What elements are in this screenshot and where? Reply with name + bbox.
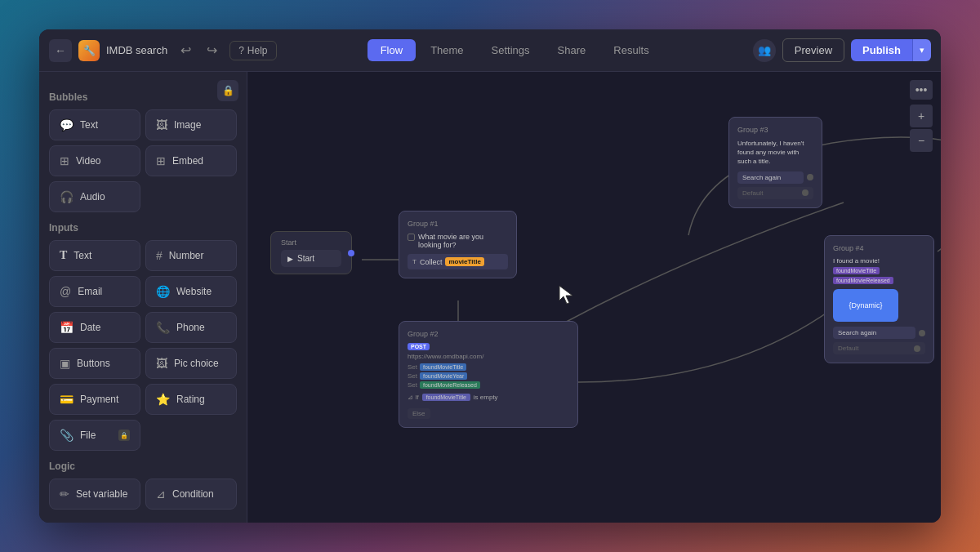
- node-group1[interactable]: Group #1 What movie are you looking for?…: [399, 211, 517, 278]
- phone-icon: 📞: [156, 321, 170, 334]
- group1-question: What movie are you looking for?: [408, 233, 508, 249]
- group3-title: Group #3: [737, 126, 813, 134]
- text-bubble-icon: 💬: [60, 118, 74, 131]
- embed-bubble-label: Embed: [172, 155, 203, 167]
- number-label: Number: [169, 250, 204, 261]
- group2-tag-3: foundMovieReleased: [420, 381, 480, 389]
- video-bubble-icon: ⊞: [60, 154, 69, 167]
- section-title-bubbles: Bubbles: [49, 91, 237, 103]
- sidebar-item-embed[interactable]: ⊞ Embed: [145, 145, 237, 176]
- inputs-grid: T Text # Number @ Email 🌐 Website 📅: [49, 240, 237, 451]
- back-button[interactable]: ←: [49, 39, 72, 62]
- file-label: File: [80, 430, 96, 441]
- tab-settings[interactable]: Settings: [479, 39, 543, 61]
- group4-dynamic-label: {Dynamic}: [849, 301, 882, 309]
- email-icon: @: [60, 285, 71, 298]
- date-label: Date: [80, 322, 100, 333]
- audio-bubble-label: Audio: [80, 191, 105, 203]
- node-group4[interactable]: Group #4 I found a movie! foundMovieTitl…: [824, 235, 934, 363]
- zoom-out-button[interactable]: −: [910, 129, 933, 152]
- app-window: ← 🔧 IMDB search ↩ ↪ ? Help Flow Theme Se…: [39, 29, 941, 523]
- sidebar-item-text[interactable]: 💬 Text: [49, 109, 140, 140]
- app-icon: 🔧: [78, 40, 100, 61]
- sidebar-item-text-input[interactable]: T Text: [49, 240, 140, 271]
- node-group2[interactable]: Group #2 POST https://www.omdbapi.com/ S…: [399, 321, 578, 428]
- group2-title: Group #2: [408, 330, 569, 338]
- sidebar-item-phone[interactable]: 📞 Phone: [145, 312, 237, 343]
- group4-found-text: I found a movie! foundMovieTitle foundMo…: [833, 257, 925, 284]
- sidebar-item-date[interactable]: 📅 Date: [49, 312, 140, 343]
- group2-set-1: Set foundMovieTitle: [408, 363, 569, 371]
- buttons-label: Buttons: [77, 358, 110, 369]
- sidebar-item-rating[interactable]: ⭐ Rating: [145, 384, 237, 415]
- website-label: Website: [176, 286, 212, 297]
- logic-grid: ✏ Set variable ⊿ Condition: [49, 479, 237, 510]
- pic-choice-label: Pic choice: [174, 358, 219, 369]
- sidebar-item-email[interactable]: @ Email: [49, 276, 140, 307]
- image-bubble-icon: 🖼: [156, 118, 167, 131]
- video-bubble-label: Video: [76, 155, 100, 167]
- file-lock-badge: 🔒: [118, 430, 130, 441]
- sidebar-item-file[interactable]: 📎 File 🔒: [49, 420, 140, 451]
- set-variable-label: Set variable: [76, 488, 127, 500]
- embed-bubble-icon: ⊞: [156, 154, 166, 167]
- undo-button[interactable]: ↩: [174, 39, 197, 62]
- sidebar: 🔒 Bubbles 💬 Text 🖼 Image ⊞ Video ⊞: [39, 72, 247, 523]
- group1-checkbox: [408, 234, 415, 241]
- start-icon: ▶: [287, 255, 293, 263]
- sidebar-item-audio[interactable]: 🎧 Audio: [49, 181, 140, 212]
- help-icon: ?: [238, 45, 244, 56]
- bubbles-grid: 💬 Text 🖼 Image ⊞ Video ⊞ Embed 🎧 Au: [49, 109, 237, 212]
- redo-button[interactable]: ↪: [200, 39, 223, 62]
- group3-default-connector: [802, 189, 808, 196]
- sidebar-item-video[interactable]: ⊞ Video: [49, 145, 140, 176]
- start-connector-out: [348, 250, 354, 256]
- node-group3[interactable]: Group #3 Unfortunately, I haven't found …: [728, 117, 822, 208]
- sidebar-item-website[interactable]: 🌐 Website: [145, 276, 237, 307]
- canvas-toolbar: ••• + −: [910, 80, 933, 152]
- tab-share[interactable]: Share: [545, 39, 599, 61]
- publish-button[interactable]: Publish: [851, 39, 912, 61]
- group2-set-3: Set foundMovieReleased: [408, 381, 569, 389]
- zoom-in-button[interactable]: +: [910, 105, 933, 127]
- sidebar-item-pic-choice[interactable]: 🖼 Pic choice: [145, 348, 237, 379]
- phone-label: Phone: [176, 322, 205, 333]
- tab-results[interactable]: Results: [600, 39, 662, 61]
- email-label: Email: [78, 286, 102, 297]
- publish-group: Publish ▾: [851, 39, 931, 61]
- preview-button[interactable]: Preview: [782, 38, 844, 62]
- tab-flow[interactable]: Flow: [368, 39, 416, 61]
- group2-tag-1: foundMovieTitle: [420, 363, 466, 371]
- titlebar-right: 👥 Preview Publish ▾: [753, 38, 931, 62]
- publish-more-button[interactable]: ▾: [912, 39, 931, 61]
- help-button[interactable]: ? Help: [229, 41, 276, 60]
- group4-title: Group #4: [833, 244, 925, 252]
- group4-dynamic-box: {Dynamic}: [833, 289, 898, 322]
- sidebar-lock-button[interactable]: 🔒: [217, 80, 238, 101]
- condition-icon: ⊿: [156, 487, 166, 501]
- text-bubble-label: Text: [80, 119, 98, 131]
- text-input-icon: T: [60, 249, 67, 262]
- group3-default-input: Default: [737, 187, 813, 199]
- sidebar-item-condition[interactable]: ⊿ Condition: [145, 479, 237, 510]
- start-node-label: Start: [281, 238, 341, 247]
- undo-redo-group: ↩ ↪: [174, 39, 223, 62]
- node-start[interactable]: Start ▶ Start: [270, 231, 352, 274]
- sidebar-item-image[interactable]: 🖼 Image: [145, 109, 237, 140]
- titlebar-left: ← 🔧 IMDB search ↩ ↪ ? Help: [49, 39, 277, 62]
- group4-tag-released: foundMovieReleased: [833, 277, 893, 284]
- group4-tag-title: foundMovieTitle: [833, 267, 880, 274]
- collaborators-button[interactable]: 👥: [753, 39, 776, 62]
- group4-connector: [919, 330, 925, 336]
- canvas-area[interactable]: ••• + − Start ▶: [247, 72, 941, 523]
- tab-theme[interactable]: Theme: [417, 39, 476, 61]
- sidebar-item-buttons[interactable]: ▣ Buttons: [49, 348, 140, 379]
- payment-label: Payment: [80, 394, 118, 405]
- sidebar-item-set-variable[interactable]: ✏ Set variable: [49, 479, 140, 510]
- group2-post-row: POST: [408, 343, 569, 350]
- canvas-more-button[interactable]: •••: [910, 80, 933, 100]
- sidebar-item-payment[interactable]: 💳 Payment: [49, 384, 140, 415]
- rating-label: Rating: [176, 394, 205, 405]
- text-input-label: Text: [74, 250, 91, 261]
- sidebar-item-number[interactable]: # Number: [145, 240, 237, 271]
